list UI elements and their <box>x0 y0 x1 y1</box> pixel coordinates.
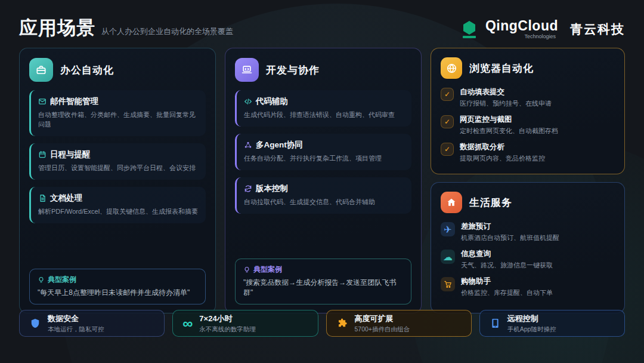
card-title: 浏览器自动化 <box>469 61 534 75</box>
feature-desc: 解析PDF/Word/Excel、提取关键信息、生成报表和摘要 <box>38 207 199 217</box>
slide: 应用场景 从个人办公到企业自动化的全场景覆盖 QingCloud Technol… <box>0 0 644 337</box>
case-box-office: 典型案例 "每天早上8点整理昨日未读邮件并生成待办清单" <box>29 269 206 304</box>
feature-title: 日程与提醒 <box>50 149 91 160</box>
home-icon <box>441 192 462 213</box>
card-title: 开发与协作 <box>266 63 320 77</box>
feature-title-row: 多Agent协同 <box>244 140 404 150</box>
life-item-text: 差旅预订 机票酒店自动预订、航班值机提醒 <box>461 222 559 242</box>
page-subtitle: 从个人办公到企业自动化的全场景覆盖 <box>101 26 233 37</box>
briefcase-icon <box>29 58 53 82</box>
feature-title-row: 邮件智能管理 <box>38 96 199 107</box>
browser-item-text: 网页监控与截图 定时检查网页变化、自动截图存档 <box>460 115 558 136</box>
badge-extensible: 高度可扩展 5700+插件自由组合 <box>326 310 472 337</box>
badge-remote-control: 远程控制 手机App随时操控 <box>479 310 625 337</box>
badge-data-security: 数据安全 本地运行，隐私可控 <box>19 310 165 337</box>
feature-title: 邮件智能管理 <box>50 96 98 107</box>
case-label-row: 典型案例 <box>38 275 197 285</box>
badge-text: 高度可扩展 5700+插件自由组合 <box>355 313 410 334</box>
badge-title: 远程控制 <box>507 313 556 324</box>
phone-icon <box>490 318 501 329</box>
cloud-icon: ☁ <box>441 250 455 264</box>
lightbulb-icon <box>38 276 45 284</box>
badge-desc: 5700+插件自由组合 <box>355 325 410 334</box>
browser-item-scrape: ✓ 数据抓取分析 提取网页内容、竞品价格监控 <box>441 142 615 163</box>
browser-item-monitor: ✓ 网页监控与截图 定时检查网页变化、自动截图存档 <box>441 115 615 136</box>
brand-name-block: QingCloud Technologies <box>485 19 558 39</box>
badge-text: 7×24小时 永不离线的数字助理 <box>199 313 256 334</box>
feature-desc: 定时检查网页变化、自动截图存档 <box>460 127 558 136</box>
case-label-row: 典型案例 <box>243 264 403 275</box>
feature-title-row: 文档处理 <box>38 193 199 204</box>
life-item-shopping: 购物助手 价格监控、库存提醒、自动下单 <box>441 276 615 297</box>
feature-item-version-control: 版本控制 自动拉取代码、生成提交信息、代码合并辅助 <box>235 177 411 214</box>
title-block: 应用场景 从个人办公到企业自动化的全场景覆盖 <box>19 16 233 41</box>
agents-icon <box>244 141 252 149</box>
browser-item-text: 数据抓取分析 提取网页内容、竞品价格监控 <box>460 142 545 163</box>
card-office-automation: 办公自动化 邮件智能管理 自动整理收件箱、分类邮件、生成摘要、批量回复常见问题 … <box>19 48 216 313</box>
card-title: 生活服务 <box>469 196 512 210</box>
life-item-travel: ✈ 差旅预订 机票酒店自动预订、航班值机提醒 <box>441 222 615 242</box>
check-icon: ✓ <box>441 115 454 128</box>
feature-desc: 生成代码片段、排查语法错误、自动重构、代码审查 <box>244 110 404 120</box>
badge-title: 数据安全 <box>48 313 104 324</box>
card-office-header: 办公自动化 <box>29 58 206 82</box>
card-browser-header: 浏览器自动化 <box>441 57 615 79</box>
cart-icon <box>441 277 455 291</box>
code-icon <box>244 97 252 106</box>
case-text: "每天早上8点整理昨日未读邮件并生成待办清单" <box>38 288 197 298</box>
feature-desc: 提取网页内容、竞品价格监控 <box>460 154 545 163</box>
feature-item-agents: 多Agent协同 任务自动分配、并行执行复杂工作流、项目管理 <box>235 134 411 170</box>
card-dev-header: 开发与协作 <box>235 58 411 82</box>
feature-title: 数据抓取分析 <box>460 142 545 152</box>
sync-icon <box>244 184 252 193</box>
feature-title-row: 代码辅助 <box>244 96 404 107</box>
brand-name: QingCloud <box>485 19 558 33</box>
document-icon <box>38 194 47 202</box>
card-life-services: 生活服务 ✈ 差旅预订 机票酒店自动预订、航班值机提醒 ☁ 信息查询 天气、路况… <box>431 182 625 313</box>
feature-item-calendar: 日程与提醒 管理日历、设置智能提醒、同步跨平台日程、会议安排 <box>29 143 206 180</box>
badge-title: 高度可扩展 <box>355 313 410 324</box>
feature-title: 自动填表提交 <box>460 87 552 97</box>
brand-subtitle: Technologies <box>485 34 558 39</box>
feature-title: 文档处理 <box>50 193 82 204</box>
mail-icon <box>38 97 47 106</box>
feature-item-mail: 邮件智能管理 自动整理收件箱、分类邮件、生成摘要、批量回复常见问题 <box>29 90 206 136</box>
globe-icon <box>441 57 462 79</box>
laptop-icon <box>235 58 259 82</box>
lightbulb-icon <box>243 266 250 273</box>
feature-title: 版本控制 <box>256 183 288 194</box>
browser-item-form: ✓ 自动填表提交 医疗报销、预约挂号、在线申请 <box>441 87 615 108</box>
card-life-header: 生活服务 <box>441 192 615 213</box>
calendar-icon <box>38 150 47 159</box>
feature-desc: 医疗报销、预约挂号、在线申请 <box>460 99 552 108</box>
page-title: 应用场景 <box>19 16 95 41</box>
feature-desc: 机票酒店自动预订、航班值机提醒 <box>461 233 559 242</box>
cards-grid: 办公自动化 邮件智能管理 自动整理收件箱、分类邮件、生成摘要、批量回复常见问题 … <box>19 48 625 303</box>
case-label: 典型案例 <box>253 264 282 275</box>
check-icon: ✓ <box>441 143 454 156</box>
feature-title: 网页监控与截图 <box>460 115 558 125</box>
badge-text: 远程控制 手机App随时操控 <box>507 313 556 334</box>
check-icon: ✓ <box>441 88 454 101</box>
right-column: 浏览器自动化 ✓ 自动填表提交 医疗报销、预约挂号、在线申请 ✓ 网页监控与截图… <box>431 48 625 313</box>
feature-desc: 自动整理收件箱、分类邮件、生成摘要、批量回复常见问题 <box>38 110 199 130</box>
footer-badges: 数据安全 本地运行，隐私可控 ∞ 7×24小时 永不离线的数字助理 高度可扩展 … <box>19 310 625 337</box>
life-item-info: ☁ 信息查询 天气、路况、旅游信息一键获取 <box>441 249 615 270</box>
header: 应用场景 从个人办公到企业自动化的全场景覆盖 QingCloud Technol… <box>0 0 644 41</box>
feature-desc: 管理日历、设置智能提醒、同步跨平台日程、会议安排 <box>38 164 199 173</box>
feature-item-document: 文档处理 解析PDF/Word/Excel、提取关键信息、生成报表和摘要 <box>29 187 206 223</box>
life-item-text: 购物助手 价格监控、库存提醒、自动下单 <box>461 276 553 297</box>
feature-desc: 任务自动分配、并行执行复杂工作流、项目管理 <box>244 154 404 164</box>
badge-text: 数据安全 本地运行，隐私可控 <box>48 313 104 334</box>
feature-title: 信息查询 <box>461 249 553 259</box>
case-box-dev: 典型案例 "搜索竞品数据→生成分析报告→发送至团队飞书群" <box>235 259 411 304</box>
case-text: "搜索竞品数据→生成分析报告→发送至团队飞书群" <box>243 278 403 298</box>
badge-desc: 永不离线的数字助理 <box>199 325 256 334</box>
plane-icon: ✈ <box>441 222 455 236</box>
feature-title: 多Agent协同 <box>256 140 303 150</box>
qingcloud-logo-icon <box>459 19 479 39</box>
life-item-text: 信息查询 天气、路况、旅游信息一键获取 <box>461 249 553 270</box>
feature-title-row: 版本控制 <box>244 183 404 194</box>
feature-desc: 价格监控、库存提醒、自动下单 <box>461 288 553 297</box>
browser-item-text: 自动填表提交 医疗报销、预约挂号、在线申请 <box>460 87 552 108</box>
